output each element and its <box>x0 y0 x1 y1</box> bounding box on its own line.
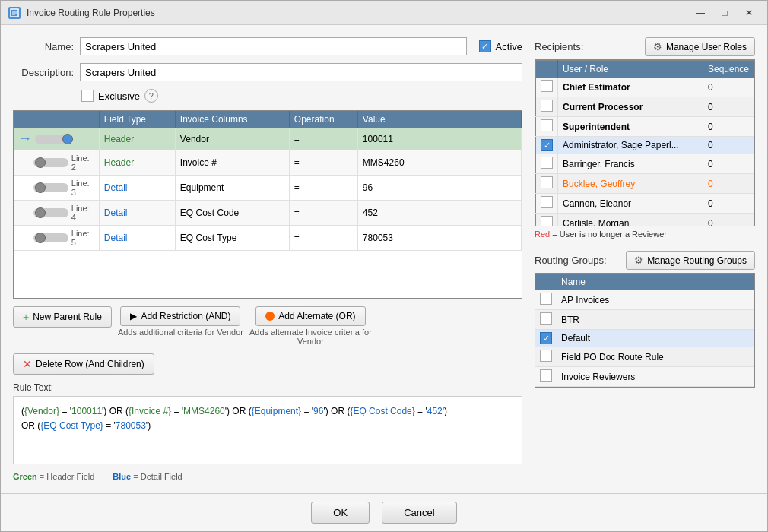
rule-text-section: Rule Text: ({Vendor} = '100011') OR ({In… <box>13 382 522 464</box>
help-icon[interactable]: ? <box>144 89 158 103</box>
rule-text-label: Rule Text: <box>13 382 522 393</box>
delete-row-group: ✕ Delete Row (And Children) <box>13 353 522 375</box>
recipients-container[interactable]: User / Role Sequence Chief Estimator 0 <box>535 59 755 226</box>
check-cell[interactable]: ✓ <box>535 330 557 347</box>
col-header-fieldtype: Field Type <box>99 111 175 128</box>
check-cell[interactable] <box>535 367 557 387</box>
orange-circle-icon <box>265 312 275 321</box>
window-title: Invoice Routing Rule Properties <box>27 8 684 18</box>
name-cell: Superintendent <box>558 117 703 137</box>
cancel-button[interactable]: Cancel <box>382 502 456 524</box>
table-row: Line: 3 Detail Equipment = 96 <box>14 176 522 201</box>
slider-thumb <box>35 207 46 218</box>
check-cell[interactable] <box>536 194 558 214</box>
rules-table-container: Field Type Invoice Columns Operation Val… <box>13 110 522 299</box>
check-cell[interactable] <box>536 214 558 227</box>
description-input[interactable] <box>80 63 522 81</box>
toggle-slider[interactable] <box>35 135 73 144</box>
rules-table: Field Type Invoice Columns Operation Val… <box>14 111 522 251</box>
maximize-button[interactable]: □ <box>714 5 735 21</box>
operation-cell: = <box>289 201 357 226</box>
invoice-value: MMS4260 <box>183 406 225 416</box>
ok-button[interactable]: OK <box>311 502 370 524</box>
eqtype-value: 780053 <box>116 420 146 431</box>
manage-routing-groups-button[interactable]: ⚙ Manage Routing Groups <box>626 251 755 270</box>
new-parent-group: + New Parent Rule <box>13 306 112 328</box>
line-label: Line: 4 <box>71 204 94 222</box>
operation-cell: = <box>289 176 357 201</box>
active-checkbox[interactable]: ✓ <box>479 40 491 52</box>
active-row: ✓ Active <box>479 40 522 52</box>
recipients-header: Recipients: ⚙ Manage User Roles <box>535 37 755 56</box>
field-type-cell: Detail <box>99 226 175 251</box>
close-button[interactable]: ✕ <box>738 5 760 21</box>
toggle-slider[interactable] <box>33 208 68 217</box>
action-buttons-row: + New Parent Rule ▶ Add Restriction (AND… <box>13 306 522 346</box>
invoice-col-cell: EQ Cost Code <box>175 201 289 226</box>
name-cell: Chief Estimator <box>558 78 703 97</box>
new-parent-button[interactable]: + New Parent Rule <box>13 306 112 328</box>
legend-green: Green = Header Field <box>13 472 94 481</box>
exclusive-row: Exclusive ? <box>81 89 522 103</box>
name-cell: AP Invoices <box>557 290 754 310</box>
operation-cell: = <box>289 226 357 251</box>
toggle-slider[interactable] <box>33 158 68 167</box>
main-window: Invoice Routing Rule Properties — □ ✕ Na… <box>0 0 768 532</box>
row-toggle-cell: Line: 2 <box>14 150 99 176</box>
delete-row-button[interactable]: ✕ Delete Row (And Children) <box>13 353 154 375</box>
user-name: Superintendent <box>563 122 630 132</box>
col-name: Name <box>557 274 754 290</box>
name-cell: Cannon, Eleanor <box>558 194 703 214</box>
check-cell[interactable]: ✓ <box>536 137 558 154</box>
gear-icon: ⚙ <box>653 41 662 52</box>
recipients-table: User / Role Sequence Chief Estimator 0 <box>535 60 754 226</box>
check-cell[interactable] <box>535 310 557 330</box>
row-toggle-cell: → <box>14 128 99 150</box>
list-item: Barringer, Francis 0 <box>536 154 754 174</box>
toggle-slider[interactable] <box>33 183 68 192</box>
routing-table-container[interactable]: Name AP Invoices BTR <box>535 273 755 388</box>
name-cell: Invoice Reviewers <box>557 367 754 387</box>
description-row: Description: <box>13 63 522 81</box>
check-cell[interactable] <box>536 117 558 137</box>
manage-user-roles-button[interactable]: ⚙ Manage User Roles <box>645 37 755 56</box>
list-item: Bucklee, Geoffrey 0 <box>536 174 754 194</box>
vendor-highlight: {Vendor} <box>24 406 59 416</box>
routing-groups-section: Routing Groups: ⚙ Manage Routing Groups … <box>535 251 755 388</box>
recipients-label: Recipients: <box>535 41 583 52</box>
name-cell: Carlisle, Morgan <box>558 214 703 227</box>
list-item: Chief Estimator 0 <box>536 78 754 97</box>
check-cell[interactable] <box>536 154 558 174</box>
left-panel: Name: ✓ Active Description: Exclusive ? <box>13 37 522 481</box>
value-cell: 452 <box>357 201 521 226</box>
name-row: Name: ✓ Active <box>13 37 522 55</box>
exclusive-checkbox[interactable] <box>81 90 94 102</box>
toggle-slider[interactable] <box>33 233 68 242</box>
col-header-value: Value <box>357 111 521 128</box>
equipment-value: 96 <box>313 406 323 416</box>
add-alternate-button[interactable]: Add Alternate (OR) <box>255 306 365 326</box>
seq-cell: 0 <box>703 194 754 214</box>
check-cell[interactable] <box>536 78 558 97</box>
check-cell[interactable] <box>536 97 558 117</box>
routing-table: Name AP Invoices BTR <box>535 274 754 387</box>
check-cell[interactable] <box>535 347 557 367</box>
list-item: ✓ Default <box>535 330 754 347</box>
table-row: Line: 4 Detail EQ Cost Code = 452 <box>14 201 522 226</box>
minimize-button[interactable]: — <box>690 5 711 21</box>
add-restriction-button[interactable]: ▶ Add Restriction (AND) <box>120 306 240 326</box>
slider-thumb <box>35 182 46 193</box>
name-cell: Default <box>557 330 754 347</box>
legend: Green = Header Field Blue = Detail Field <box>13 472 522 481</box>
description-label: Description: <box>13 67 74 78</box>
check-cell[interactable] <box>535 290 557 310</box>
eqcost-value: 452 <box>427 406 443 416</box>
exclusive-label: Exclusive <box>98 90 140 102</box>
field-type-cell: Header <box>99 150 175 176</box>
name-input[interactable] <box>80 37 467 55</box>
check-cell[interactable] <box>536 174 558 194</box>
operation-cell: = <box>289 128 357 150</box>
invoice-col-cell: Equipment <box>175 176 289 201</box>
user-name: Bucklee, Geoffrey <box>563 179 635 189</box>
col-check <box>536 61 558 78</box>
